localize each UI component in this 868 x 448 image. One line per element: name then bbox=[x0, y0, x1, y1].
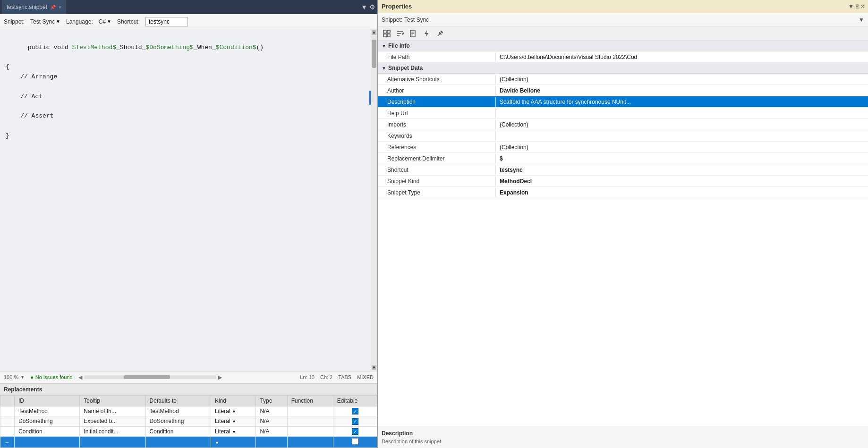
scroll-up-button[interactable]: ▲ bbox=[372, 30, 376, 35]
col-header-id[interactable]: ID bbox=[15, 395, 80, 406]
dropdown-arrow[interactable]: ▼ bbox=[361, 3, 367, 11]
line-end-mode: MIXED bbox=[357, 374, 374, 380]
zoom-dropdown-icon[interactable]: ▼ bbox=[20, 375, 25, 380]
col-info: Ch: 2 bbox=[320, 374, 332, 380]
row-function bbox=[287, 416, 333, 427]
checkbox-checked[interactable]: ✓ bbox=[352, 408, 358, 414]
new-row-checkbox[interactable] bbox=[352, 438, 358, 445]
table-new-row[interactable]: ↔▼ bbox=[0, 437, 377, 448]
table-row[interactable]: DoSomethingExpected b...DoSomethingLiter… bbox=[0, 416, 377, 427]
row-kind[interactable]: Literal ▼ bbox=[211, 416, 256, 427]
new-row-cell[interactable]: ▼ bbox=[211, 437, 256, 448]
col-header-tooltip[interactable]: Tooltip bbox=[80, 395, 145, 406]
scroll-left-button[interactable]: ◀ bbox=[78, 374, 82, 380]
prop-row[interactable]: Imports(Collection) bbox=[378, 119, 868, 130]
snippet-data-label: Snippet Data bbox=[388, 65, 423, 71]
replacements-title: Replacements bbox=[0, 384, 377, 395]
lightning-icon[interactable] bbox=[421, 28, 432, 39]
prop-name: Shortcut bbox=[378, 165, 496, 175]
tab-testsync[interactable]: testsync.snippet 📌 × bbox=[2, 0, 67, 14]
prop-value: (Collection) bbox=[496, 75, 532, 84]
file-info-label: File Info bbox=[388, 42, 410, 49]
tab-close-button[interactable]: × bbox=[59, 4, 61, 10]
scroll-thumb[interactable] bbox=[372, 40, 376, 68]
tab-bar: testsync.snippet 📌 × ▼ ⚙ bbox=[0, 0, 377, 14]
prop-row[interactable]: AuthorDavide Bellone bbox=[378, 85, 868, 96]
row-type: N/A bbox=[256, 406, 287, 416]
col-header-function[interactable]: Function bbox=[287, 395, 333, 406]
snippet-data-section-header[interactable]: ▼ Snippet Data bbox=[378, 63, 868, 74]
prop-value: (Collection) bbox=[496, 120, 532, 129]
replacements-table: ID Tooltip Defaults to Kind Type Functio… bbox=[0, 395, 377, 448]
tab-pin-icon: 📌 bbox=[50, 5, 56, 10]
row-tooltip: Initial condit... bbox=[80, 426, 145, 437]
checkbox-checked[interactable]: ✓ bbox=[352, 428, 358, 435]
grid-icon[interactable] bbox=[382, 28, 392, 39]
checkbox-checked[interactable]: ✓ bbox=[352, 418, 358, 425]
wrench-icon[interactable] bbox=[434, 28, 445, 39]
prop-value bbox=[496, 112, 503, 115]
prop-row[interactable]: Snippet KindMethodDecl bbox=[378, 176, 868, 187]
row-editable[interactable]: ✓ bbox=[333, 426, 377, 437]
props-dropdown-arrow[interactable]: ▼ bbox=[848, 3, 854, 10]
page-icon[interactable] bbox=[408, 28, 418, 39]
prop-name: Alternative Shortcuts bbox=[378, 75, 496, 84]
code-line-6 bbox=[6, 102, 372, 112]
row-kind[interactable]: Literal ▼ bbox=[211, 426, 256, 437]
col-header-empty bbox=[0, 395, 15, 406]
row-editable[interactable]: ✓ bbox=[333, 416, 377, 427]
left-panel: testsync.snippet 📌 × ▼ ⚙ Snippet: Test S… bbox=[0, 0, 378, 448]
row-defaults: DoSomething bbox=[145, 416, 211, 427]
scroll-down-button[interactable]: ▼ bbox=[372, 365, 376, 370]
prop-row[interactable]: Snippet TypeExpansion bbox=[378, 187, 868, 198]
prop-row[interactable]: Keywords bbox=[378, 130, 868, 142]
prop-row[interactable]: Shortcuttestsync bbox=[378, 164, 868, 176]
file-info-toggle-icon[interactable]: ▼ bbox=[382, 43, 386, 49]
properties-title-bar: Properties ▼ ⎘ × bbox=[378, 0, 868, 13]
props-close-button[interactable]: × bbox=[861, 3, 864, 10]
snippet-dropdown[interactable]: Test Sync ▼ bbox=[30, 18, 60, 25]
col-header-defaults[interactable]: Defaults to bbox=[145, 395, 211, 406]
vertical-scrollbar[interactable]: ▲ ▼ bbox=[371, 29, 377, 371]
prop-name: Snippet Type bbox=[378, 188, 496, 197]
zoom-control[interactable]: 100 % ▼ bbox=[4, 374, 25, 380]
sort-icon[interactable] bbox=[395, 28, 405, 39]
prop-name: Author bbox=[378, 86, 496, 95]
prop-row[interactable]: Alternative Shortcuts(Collection) bbox=[378, 74, 868, 85]
props-pin-icon[interactable]: ⎘ bbox=[856, 3, 859, 10]
snippet-data-toggle-icon[interactable]: ▼ bbox=[382, 66, 386, 71]
language-dropdown-arrow: ▼ bbox=[107, 19, 111, 24]
row-editable[interactable]: ✓ bbox=[333, 406, 377, 416]
table-row[interactable]: ConditionInitial condit...ConditionLiter… bbox=[0, 426, 377, 437]
col-header-editable[interactable]: Editable bbox=[333, 395, 377, 406]
tab-label: testsync.snippet bbox=[7, 4, 47, 10]
prop-value: (Collection) bbox=[496, 143, 532, 152]
snippet-dropdown-arrow: ▼ bbox=[56, 19, 60, 24]
shortcut-input[interactable] bbox=[145, 17, 188, 26]
editor-toolbar: Snippet: Test Sync ▼ Language: C# ▼ Shor… bbox=[0, 14, 377, 29]
right-panel: Properties ▼ ⎘ × Snippet: Test Sync ▼ bbox=[378, 0, 868, 448]
prop-row[interactable]: Replacement Delimiter$ bbox=[378, 153, 868, 164]
settings-icon[interactable]: ⚙ bbox=[369, 3, 375, 11]
scroll-right-button[interactable]: ▶ bbox=[218, 374, 222, 380]
prop-value: Expansion bbox=[496, 188, 532, 197]
code-editor[interactable]: public void $TestMethod$_Should_$DoSomet… bbox=[0, 29, 377, 371]
horizontal-scroll-thumb[interactable] bbox=[124, 375, 170, 379]
prop-row[interactable]: DescriptionScaffold the AAA structure fo… bbox=[378, 96, 868, 108]
properties-window-controls: ▼ ⎘ × bbox=[848, 3, 864, 10]
status-ok-icon: ● bbox=[30, 374, 34, 380]
row-kind[interactable]: Literal ▼ bbox=[211, 406, 256, 416]
prop-row[interactable]: Help Url bbox=[378, 108, 868, 119]
horizontal-scroll-track[interactable] bbox=[84, 375, 216, 379]
status-bar: 100 % ▼ ● No issues found ◀ ▶ Ln: 10 Ch:… bbox=[0, 371, 377, 383]
zoom-value: 100 % bbox=[4, 374, 18, 380]
language-dropdown[interactable]: C# ▼ bbox=[99, 18, 111, 25]
replacements-table-container: ID Tooltip Defaults to Kind Type Functio… bbox=[0, 395, 377, 448]
col-header-type[interactable]: Type bbox=[256, 395, 287, 406]
table-row[interactable]: TestMethodName of th...TestMethodLiteral… bbox=[0, 406, 377, 416]
col-header-kind[interactable]: Kind bbox=[211, 395, 256, 406]
code-line-9: } bbox=[6, 131, 372, 141]
prop-row[interactable]: References(Collection) bbox=[378, 142, 868, 153]
props-snippet-dropdown[interactable]: ▼ bbox=[859, 17, 864, 23]
file-info-section-header[interactable]: ▼ File Info bbox=[378, 41, 868, 51]
